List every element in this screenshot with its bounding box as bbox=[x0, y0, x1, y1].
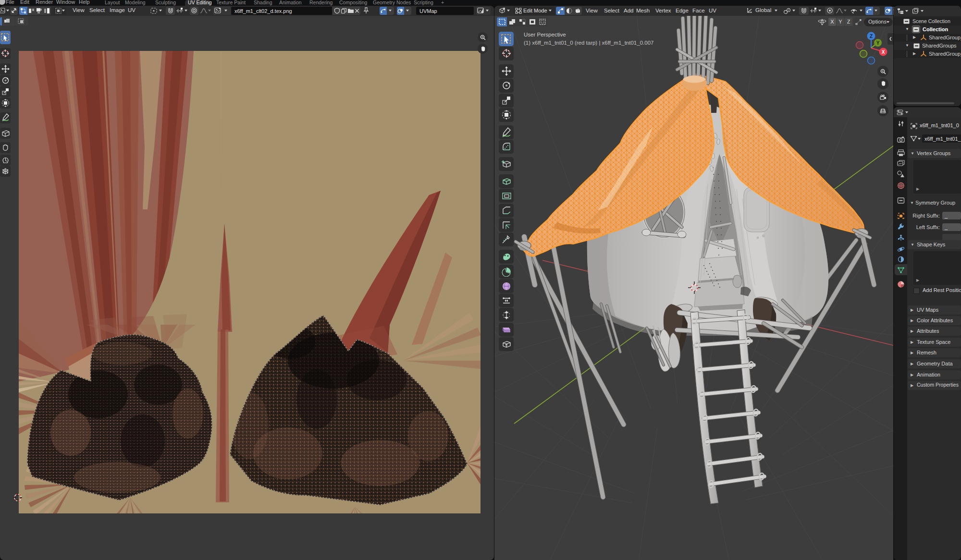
svg-text:X: X bbox=[882, 49, 885, 55]
svg-text:Z: Z bbox=[870, 34, 873, 39]
svg-text:Y: Y bbox=[876, 40, 880, 46]
